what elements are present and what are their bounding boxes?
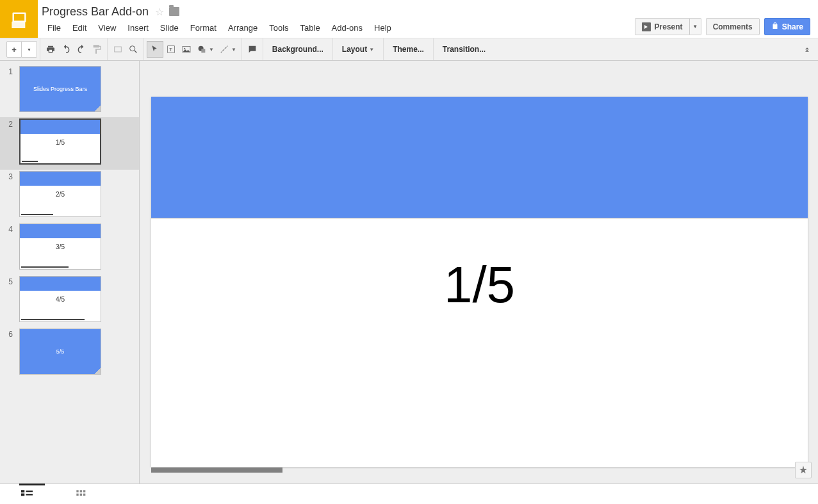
thumb-label: Slides Progress Bars (20, 67, 101, 111)
svg-rect-11 (201, 49, 205, 53)
shape-tool[interactable]: ▼ (194, 41, 217, 58)
svg-rect-3 (115, 47, 122, 52)
thumb-label: 1/5 (20, 134, 100, 163)
grid-view-icon[interactable] (73, 487, 88, 502)
lock-icon (771, 22, 779, 31)
zoom-fit-button[interactable] (110, 41, 126, 58)
svg-rect-17 (76, 490, 78, 492)
filmstrip[interactable]: 1Slides Progress Bars21/532/543/554/565/… (0, 61, 140, 484)
caret-down-icon: ▼ (692, 24, 698, 29)
thumb-number: 1 (6, 66, 19, 112)
svg-text:T: T (169, 47, 172, 53)
thumbnail[interactable]: 5/5 (19, 329, 101, 375)
new-slide-dropdown[interactable]: ▼ (22, 41, 37, 58)
new-slide-button[interactable]: + (6, 41, 22, 58)
transition-button[interactable]: Transition... (436, 41, 492, 58)
image-tool[interactable] (179, 41, 194, 58)
canvas-area: 1/5 (140, 61, 818, 484)
thumb-row[interactable]: 54/5 (0, 275, 139, 327)
thumbnail[interactable]: 4/5 (19, 276, 101, 322)
layout-button[interactable]: Layout▼ (336, 41, 380, 58)
folder-icon[interactable] (169, 7, 179, 16)
svg-rect-22 (83, 493, 85, 495)
present-button[interactable]: Present (635, 18, 690, 35)
textbox-tool[interactable]: T (163, 41, 179, 58)
thumb-row[interactable]: 21/5 (0, 117, 139, 170)
comment-button[interactable] (245, 41, 260, 58)
thumbnail[interactable]: 2/5 (19, 171, 101, 217)
svg-rect-14 (26, 491, 33, 492)
slide-header-band (151, 97, 808, 218)
thumb-number: 2 (6, 118, 19, 165)
thumb-number: 5 (6, 276, 19, 322)
svg-point-4 (130, 46, 135, 51)
present-label: Present (655, 22, 683, 31)
play-icon (642, 22, 651, 31)
svg-rect-15 (21, 493, 24, 496)
menu-edit[interactable]: Edit (67, 20, 92, 35)
menu-help[interactable]: Help (368, 20, 397, 35)
menu-file[interactable]: File (42, 20, 67, 35)
menu-addons[interactable]: Add-ons (326, 20, 368, 35)
svg-rect-2 (12, 21, 25, 28)
theme-button[interactable]: Theme... (386, 41, 430, 58)
svg-rect-18 (80, 490, 82, 492)
doc-title[interactable]: Progress Bar Add-on (42, 5, 149, 19)
thumbnail[interactable]: Slides Progress Bars (19, 66, 101, 112)
menu-insert[interactable]: Insert (122, 20, 154, 35)
menu-arrange[interactable]: Arrange (222, 20, 263, 35)
background-button[interactable]: Background... (266, 41, 330, 58)
menu-tools[interactable]: Tools (263, 20, 294, 35)
thumb-label: 2/5 (20, 186, 101, 216)
undo-button[interactable] (58, 41, 74, 58)
svg-rect-21 (80, 493, 82, 495)
paint-format-button[interactable] (89, 41, 104, 58)
line-tool[interactable]: ▼ (217, 41, 239, 58)
print-button[interactable] (43, 41, 58, 58)
star-icon[interactable]: ☆ (155, 6, 164, 18)
thumb-number: 3 (6, 171, 19, 217)
slide-text: 1/5 (151, 256, 808, 314)
footer (0, 484, 818, 504)
filmstrip-view-icon[interactable] (19, 487, 35, 502)
thumbnail[interactable]: 1/5 (19, 118, 101, 165)
menu-slide[interactable]: Slide (154, 20, 184, 35)
thumb-row[interactable]: 43/5 (0, 222, 139, 275)
thumbnail[interactable]: 3/5 (19, 224, 101, 270)
share-label: Share (782, 22, 803, 31)
present-dropdown[interactable]: ▼ (690, 18, 701, 35)
redo-button[interactable] (74, 41, 89, 58)
menu-table[interactable]: Table (295, 20, 326, 35)
svg-rect-20 (76, 493, 78, 495)
svg-line-12 (221, 46, 228, 53)
slide-canvas[interactable]: 1/5 (151, 97, 808, 467)
thumb-number: 4 (6, 224, 19, 270)
slides-logo[interactable] (0, 0, 38, 38)
svg-point-9 (184, 48, 185, 49)
thumb-row[interactable]: 1Slides Progress Bars (0, 65, 139, 117)
select-tool[interactable] (147, 41, 163, 58)
comments-label: Comments (713, 22, 753, 31)
progress-bar (151, 467, 282, 473)
zoom-button[interactable] (126, 41, 141, 58)
thumb-label: 3/5 (20, 238, 101, 269)
svg-rect-19 (83, 490, 85, 492)
share-button[interactable]: Share (764, 18, 810, 35)
menu-view[interactable]: View (92, 20, 122, 35)
collapse-toolbar-icon[interactable] (803, 44, 812, 55)
svg-rect-1 (13, 13, 24, 20)
svg-rect-16 (26, 494, 33, 495)
thumb-row[interactable]: 65/5 (0, 327, 139, 380)
explore-button[interactable] (795, 462, 812, 478)
svg-line-5 (135, 51, 136, 53)
thumb-label: 5/5 (20, 329, 101, 374)
thumb-row[interactable]: 32/5 (0, 170, 139, 222)
comments-button[interactable]: Comments (706, 18, 760, 35)
svg-rect-13 (21, 490, 24, 492)
thumb-number: 6 (6, 329, 19, 375)
thumb-label: 4/5 (20, 291, 101, 321)
menu-format[interactable]: Format (184, 20, 222, 35)
toolbar: + ▼ T ▼ ▼ Background... Layout▼ Theme...… (0, 38, 818, 61)
